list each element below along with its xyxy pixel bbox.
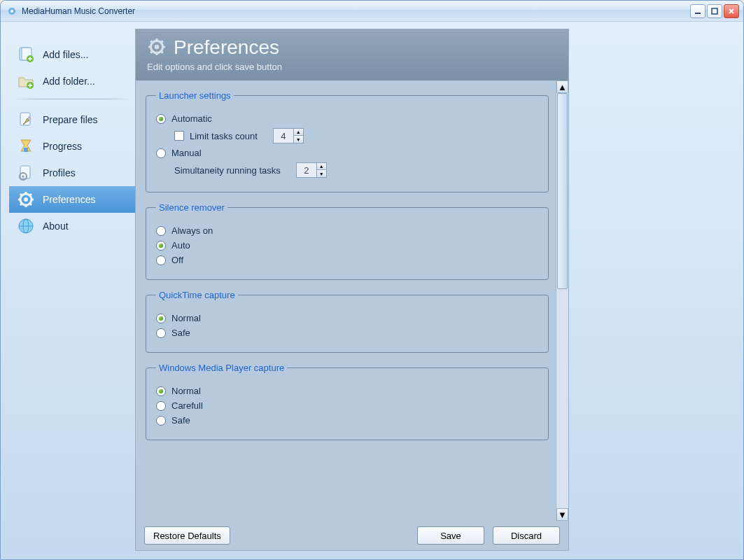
spinner-up[interactable]: ▲ — [316, 163, 326, 170]
field-label: Simultaneity running tasks — [174, 165, 281, 176]
svg-point-15 — [24, 197, 28, 202]
app-icon — [6, 6, 17, 17]
radio-quicktime-normal[interactable] — [156, 314, 166, 323]
radio-label: Auto — [171, 240, 190, 251]
sidebar-item-about[interactable]: About — [9, 213, 135, 239]
spinner-up[interactable]: ▲ — [293, 129, 303, 136]
scroll-track[interactable] — [556, 93, 568, 508]
group-legend: Windows Media Player capture — [156, 363, 287, 373]
svg-rect-11 — [20, 166, 30, 178]
window-title: MediaHuman Music Converter — [22, 6, 135, 16]
svg-rect-2 — [695, 13, 701, 14]
add-folder-icon — [16, 71, 36, 91]
sidebar-item-label: Prepare files — [43, 114, 98, 125]
sidebar-separator — [15, 99, 129, 99]
radio-label: Automatic — [171, 113, 212, 124]
sidebar-item-label: Preferences — [43, 194, 95, 205]
sidebar-item-prepare-files[interactable]: Prepare files — [9, 106, 135, 133]
svg-rect-3 — [712, 8, 717, 14]
sidebar-item-preferences[interactable]: Preferences — [9, 186, 135, 213]
radio-label: Always on — [171, 225, 213, 236]
radio-wmp-safe[interactable] — [156, 416, 166, 426]
radio-label: Normal — [171, 313, 201, 323]
profiles-icon — [16, 163, 36, 183]
restore-defaults-button[interactable]: Restore Defaults — [144, 526, 230, 545]
radio-silence-auto[interactable] — [156, 241, 166, 251]
group-wmp-capture: Windows Media Player capture Normal Care… — [146, 363, 549, 440]
progress-icon — [16, 136, 36, 156]
button-row: Restore Defaults Save Discard — [136, 521, 568, 550]
sidebar-item-profiles[interactable]: Profiles — [9, 160, 135, 186]
spinner-input[interactable] — [297, 163, 316, 177]
radio-silence-off[interactable] — [156, 255, 166, 265]
radio-wmp-carefull[interactable] — [156, 401, 166, 411]
spinner-input[interactable] — [274, 129, 293, 143]
group-launcher-settings: Launcher settings Automatic Limit tasks … — [146, 90, 549, 192]
panel-header: Preferences Edit options and click save … — [136, 29, 568, 80]
prepare-files-icon — [16, 110, 36, 130]
preferences-content: Launcher settings Automatic Limit tasks … — [136, 80, 556, 521]
vertical-scrollbar[interactable]: ▲ ▼ — [556, 80, 568, 521]
client-area: Add files... Add folder... Prepare files — [1, 22, 743, 559]
titlebar[interactable]: MediaHuman Music Converter — [1, 1, 743, 22]
add-files-icon — [16, 45, 36, 64]
group-legend: Launcher settings — [156, 90, 234, 101]
gear-icon — [147, 37, 167, 59]
scroll-down-button[interactable]: ▼ — [556, 508, 568, 521]
main-panel: Preferences Edit options and click save … — [135, 29, 569, 551]
group-legend: Silence remover — [156, 202, 227, 213]
radio-silence-always-on[interactable] — [156, 226, 166, 236]
sidebar-item-label: Progress — [43, 141, 82, 152]
radio-label: Safe — [171, 328, 190, 338]
svg-point-9 — [28, 116, 31, 119]
spinner-down[interactable]: ▼ — [316, 170, 326, 177]
radio-wmp-normal[interactable] — [156, 386, 166, 396]
sidebar-item-label: About — [43, 220, 69, 232]
right-gutter — [569, 29, 735, 551]
save-button[interactable]: Save — [417, 526, 484, 545]
radio-launcher-automatic[interactable] — [156, 114, 166, 124]
group-legend: QuickTime capture — [156, 290, 238, 300]
radio-launcher-manual[interactable] — [156, 148, 166, 158]
group-quicktime-capture: QuickTime capture Normal Safe — [146, 290, 549, 353]
radio-label: Off — [171, 255, 183, 265]
svg-point-19 — [155, 44, 159, 48]
sidebar-item-progress[interactable]: Progress — [9, 133, 135, 160]
sidebar-item-label: Add files... — [43, 49, 88, 60]
svg-point-13 — [22, 176, 24, 178]
radio-label: Manual — [171, 148, 202, 158]
preferences-icon — [16, 190, 36, 209]
svg-rect-10 — [24, 148, 28, 152]
group-silence-remover: Silence remover Always on Auto Off — [146, 202, 549, 280]
svg-rect-8 — [20, 113, 30, 125]
sidebar-item-label: Add folder... — [43, 76, 95, 87]
sidebar-item-add-folder[interactable]: Add folder... — [9, 68, 135, 94]
spinner-down[interactable]: ▼ — [293, 136, 303, 143]
radio-quicktime-safe[interactable] — [156, 328, 166, 338]
discard-button[interactable]: Discard — [493, 526, 560, 545]
spinner-simultaneity[interactable]: ▲▼ — [296, 162, 327, 178]
page-title: Preferences — [174, 36, 279, 59]
radio-label: Normal — [171, 386, 201, 396]
maximize-button[interactable] — [707, 4, 722, 18]
app-window: MediaHuman Music Converter Add files... … — [0, 0, 744, 560]
about-icon — [16, 216, 36, 236]
page-subtitle: Edit options and click save button — [147, 62, 557, 72]
spinner-limit-tasks[interactable]: ▲▼ — [273, 128, 304, 144]
scroll-up-button[interactable]: ▲ — [556, 80, 568, 93]
svg-point-1 — [10, 10, 13, 13]
minimize-button[interactable] — [690, 4, 706, 18]
radio-label: Safe — [171, 415, 190, 426]
checkbox-label: Limit tasks count — [190, 131, 258, 141]
sidebar: Add files... Add folder... Prepare files — [9, 29, 135, 551]
close-button[interactable] — [724, 4, 739, 18]
sidebar-item-label: Profiles — [43, 167, 76, 178]
checkbox-limit-tasks[interactable] — [174, 131, 184, 141]
scroll-thumb[interactable] — [557, 93, 568, 289]
radio-label: Carefull — [171, 400, 203, 411]
sidebar-item-add-files[interactable]: Add files... — [9, 41, 135, 68]
